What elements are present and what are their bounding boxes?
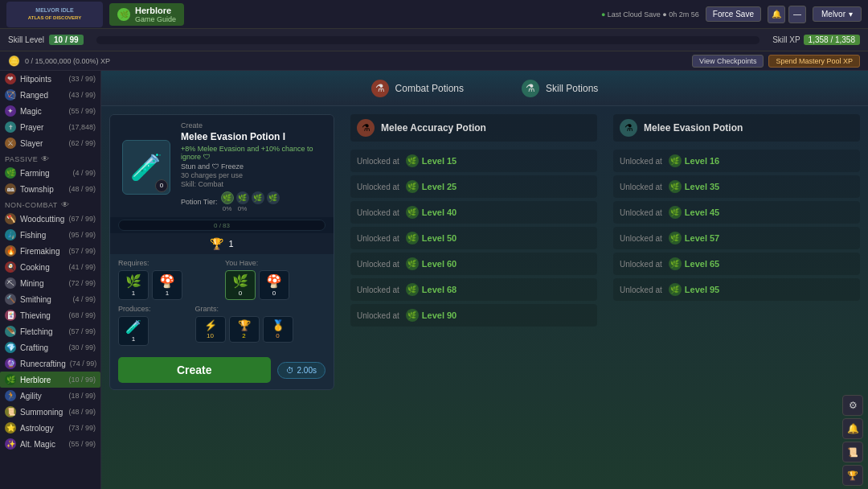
requires-items: 🌿 1 🍄 1 [118, 270, 219, 300]
evasion-level-badge-icon-3: 🌿 [669, 232, 682, 244]
requires-label: Requires: [118, 259, 219, 267]
level-badge-4: 🌿 Level 60 [406, 257, 457, 270]
evasion-level-badge-0: 🌿 Level 16 [669, 154, 719, 167]
create-btn-row: Create ⏱ 2.00s [110, 351, 334, 389]
sidebar-stats-ranged: (43 / 99) [68, 91, 96, 99]
tier-4[interactable]: 🌿 [267, 191, 280, 212]
herblore-tab[interactable]: 🌿 Herblore Game Guide [109, 3, 184, 26]
sidebar-stats-smithing: (4 / 99) [72, 295, 96, 303]
log-button[interactable]: 📜 [842, 442, 863, 462]
sidebar-item-magic[interactable]: ✦ Magic (55 / 99) [0, 103, 100, 119]
top-icons: 🔔 — [768, 6, 806, 23]
tier-3[interactable]: 🌿 [252, 191, 264, 212]
sidebar-item-hitpoints[interactable]: ❤ Hitpoints (33 / 99) [0, 71, 100, 87]
tab-skill-potions[interactable]: ⚗ Skill Potions [509, 75, 611, 102]
grants-items: ⚡ 10 🏆 2 🥇 0 [195, 316, 326, 343]
melee-evasion-title: Melee Evasion Potion [644, 122, 743, 134]
sidebar-item-cooking[interactable]: 🍳 Cooking (41 / 99) [0, 259, 100, 275]
you-have-item-2-icon: 🍄 [266, 273, 282, 289]
melee-accuracy-title: Melee Accuracy Potion [381, 122, 486, 134]
potion-name: Melee Evasion Potion I [181, 131, 326, 142]
sidebar-item-herblore[interactable]: 🌿 Herblore (10 / 99) [0, 372, 100, 388]
sidebar-item-smithing[interactable]: 🔨 Smithing (4 / 99) [0, 291, 100, 307]
passive-section-header: PASSIVE 👁 [0, 151, 100, 165]
slayer-icon: ⚔ [5, 138, 16, 149]
sidebar-stats-fletching: (57 / 99) [68, 327, 96, 335]
tier-2-pct: 0% [238, 205, 248, 212]
requires-col: Requires: 🌿 1 🍄 1 [118, 259, 219, 300]
menu-icon[interactable]: — [788, 6, 806, 23]
skill-level-info: Skill Level 10 / 99 [8, 35, 84, 45]
melee-accuracy-unlock-2: Unlocked at 🌿 Level 40 [350, 201, 597, 224]
sidebar-label-runecrafting: Runecrafting [20, 360, 66, 368]
sidebar-item-prayer[interactable]: ✝ Prayer (17,848) [0, 119, 100, 135]
xp-coin-icon: 🪙 [8, 55, 20, 67]
sidebar-item-summoning[interactable]: 📜 Summoning (48 / 99) [0, 404, 100, 420]
sidebar-label-township: Township [20, 185, 64, 194]
you-have-col: You Have: 🌿 0 🍄 0 [225, 259, 326, 300]
notification-icon[interactable]: 🔔 [768, 6, 785, 23]
sidebar-item-mining[interactable]: ⛏ Mining (72 / 99) [0, 275, 100, 291]
view-checkpoints-button[interactable]: View Checkpoints [692, 55, 764, 68]
non-combat-toggle-icon[interactable]: 👁 [61, 200, 70, 209]
spend-mastery-button[interactable]: Spend Mastery Pool XP [768, 55, 860, 68]
melvor-menu-button[interactable]: Melvor ▾ [813, 6, 862, 22]
melee-accuracy-unlock-5: Unlocked at 🌿 Level 68 [350, 278, 597, 301]
grant-trophy: 🏆 2 [229, 316, 260, 343]
settings-button[interactable]: ⚙ [842, 395, 863, 416]
xp-progress-text: 0 / 15,000,000 (0.00%) XP [25, 57, 110, 65]
alt-magic-icon: ✨ [5, 438, 16, 450]
skill-xp-info: Skill XP 1,358 / 1,358 [772, 35, 860, 45]
sidebar-label-farming: Farming [20, 169, 68, 178]
force-save-button[interactable]: Force Save [706, 6, 761, 22]
sidebar-item-thieving[interactable]: 🃏 Thieving (68 / 99) [0, 307, 100, 323]
herblore-tab-sub: Game Guide [135, 15, 176, 23]
sidebar-item-astrology[interactable]: ⭐ Astrology (73 / 99) [0, 420, 100, 436]
sidebar-item-slayer[interactable]: ⚔ Slayer (62 / 99) [0, 135, 100, 151]
sidebar-stats-magic: (55 / 99) [68, 107, 96, 115]
create-button[interactable]: Create [118, 357, 271, 383]
farming-icon: 🌿 [5, 167, 16, 179]
sidebar-stats-astrology: (73 / 99) [68, 424, 96, 432]
sidebar-label-crafting: Crafting [20, 343, 64, 352]
sidebar-item-farming[interactable]: 🌿 Farming (4 / 99) [0, 165, 100, 181]
tabs-bar: ⚗ Combat Potions ⚗ Skill Potions [101, 71, 868, 106]
corner-buttons: ⚙ 🔔 📜 🏆 [842, 395, 863, 486]
tab-combat-potions[interactable]: ⚗ Combat Potions [358, 75, 477, 102]
grant-medal-value: 0 [276, 332, 279, 339]
logo: MELVOR IDLEATLAS OF DISCOVERY [6, 2, 103, 27]
sidebar-item-agility[interactable]: 🏃 Agility (18 / 99) [0, 388, 100, 404]
combat-potions-tab-icon: ⚗ [371, 80, 389, 97]
evasion-level-badge-5: 🌿 Level 95 [669, 283, 719, 296]
passive-toggle-icon[interactable]: 👁 [41, 154, 50, 163]
sidebar-item-fishing[interactable]: 🎣 Fishing (95 / 99) [0, 227, 100, 243]
you-have-item-1-icon: 🌿 [232, 273, 248, 289]
evasion-level-badge-icon-5: 🌿 [669, 283, 682, 296]
level-badge-1: 🌿 Level 25 [406, 180, 457, 193]
produces-items: 🧪 1 [118, 316, 189, 346]
sidebar-item-woodcutting[interactable]: 🪓 Woodcutting (67 / 99) [0, 211, 100, 227]
sidebar-stats-fishing: (95 / 99) [68, 231, 96, 239]
clock-icon: ⏱ [286, 366, 294, 375]
sidebar-item-township[interactable]: 🏘 Township (48 / 99) [0, 181, 100, 197]
unlock-text-0: Unlocked at [357, 157, 399, 166]
you-have-item-1-count: 0 [239, 290, 242, 297]
tier-2[interactable]: 🌿 0% [236, 191, 249, 212]
melee-evasion-unlock-4: Unlocked at 🌿 Level 65 [613, 253, 860, 275]
sidebar-item-firemaking[interactable]: 🔥 Firemaking (57 / 99) [0, 243, 100, 259]
tier-1[interactable]: 🌿 0% [221, 191, 234, 212]
sidebar-stats-cooking: (41 / 99) [68, 263, 96, 271]
sidebar-label-magic: Magic [20, 107, 64, 116]
evasion-level-badge-4: 🌿 Level 65 [669, 257, 719, 270]
sidebar-item-runecrafting[interactable]: 🔮 Runecrafting (74 / 99) [0, 355, 100, 372]
tier-label: Potion Tier: [181, 198, 218, 206]
level-badge-6: 🌿 Level 90 [406, 309, 457, 322]
sidebar-item-alt-magic[interactable]: ✨ Alt. Magic (55 / 99) [0, 436, 100, 452]
crafting-icon: 💎 [5, 342, 16, 353]
sidebar-item-ranged[interactable]: 🏹 Ranged (43 / 99) [0, 87, 100, 103]
sidebar-item-fletching[interactable]: 🪶 Fletching (57 / 99) [0, 323, 100, 339]
achievements-button[interactable]: 🏆 [842, 465, 863, 486]
level-badge-icon-2: 🌿 [406, 206, 419, 219]
notification-button[interactable]: 🔔 [842, 418, 863, 439]
sidebar-item-crafting[interactable]: 💎 Crafting (30 / 99) [0, 339, 100, 355]
